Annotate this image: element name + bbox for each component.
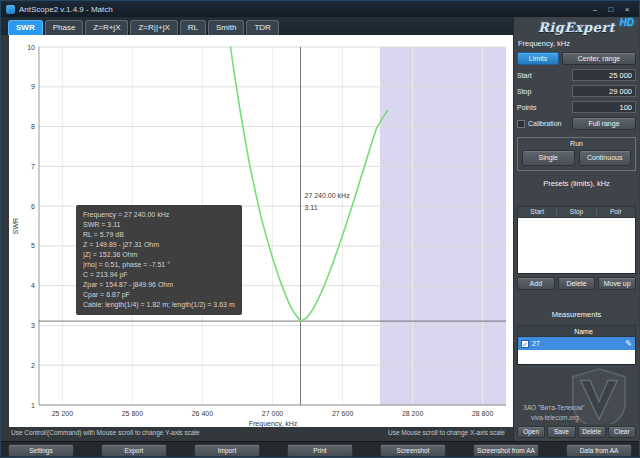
single-button[interactable]: Single bbox=[522, 150, 575, 166]
stop-row: Stop bbox=[517, 85, 636, 97]
toolbar-print-button[interactable]: Print bbox=[287, 444, 353, 457]
svg-text:7: 7 bbox=[31, 163, 35, 170]
hd-badge: HD bbox=[620, 17, 634, 28]
svg-text:3.11: 3.11 bbox=[305, 204, 318, 211]
delete-button[interactable]: Delete bbox=[558, 277, 596, 290]
edit-pencil-icon[interactable]: ✎ bbox=[625, 339, 632, 348]
svg-text:SWR: SWR bbox=[12, 218, 19, 234]
points-row: Points bbox=[517, 101, 636, 113]
svg-text:28 200: 28 200 bbox=[402, 410, 424, 417]
points-input[interactable] bbox=[572, 101, 636, 113]
tooltip-line: Zpar = 154.87 - j849.96 Ohm bbox=[83, 280, 235, 290]
run-group: Run Single Continuous bbox=[517, 137, 636, 171]
presets-column-header: StartStopPoir bbox=[517, 206, 636, 218]
start-input[interactable] bbox=[572, 69, 636, 81]
tab-swr[interactable]: SWR bbox=[8, 20, 43, 35]
calibration-checkbox[interactable] bbox=[517, 120, 525, 128]
minimize-button[interactable]: – bbox=[588, 4, 602, 15]
tab-phase[interactable]: Phase bbox=[45, 20, 84, 35]
svg-text:Frequency, kHz: Frequency, kHz bbox=[249, 420, 298, 427]
svg-text:10: 10 bbox=[27, 44, 35, 51]
start-label: Start bbox=[517, 72, 532, 79]
tooltip-line: SWR = 3.11 bbox=[83, 220, 235, 230]
svg-text:1: 1 bbox=[31, 402, 35, 409]
presets-column-stop: Stop bbox=[556, 207, 595, 217]
svg-text:8: 8 bbox=[31, 123, 35, 130]
delete-measurement-button[interactable]: Delete bbox=[578, 426, 606, 438]
calibration-label: Calibration bbox=[528, 120, 561, 127]
svg-text:26 400: 26 400 bbox=[192, 410, 214, 417]
tooltip-line: Z = 149.89 - j27.31 Ohm bbox=[83, 240, 235, 250]
svg-text:27 240.00 kHz: 27 240.00 kHz bbox=[305, 192, 351, 199]
move-up-button[interactable]: Move up bbox=[598, 277, 636, 290]
measurement-checkbox[interactable]: ✓ bbox=[521, 340, 529, 348]
stop-input[interactable] bbox=[572, 85, 636, 97]
measurements-table-header: Name bbox=[517, 325, 636, 337]
run-label: Run bbox=[522, 140, 631, 147]
add-button[interactable]: Add bbox=[517, 277, 555, 290]
open-button[interactable]: Open bbox=[517, 426, 545, 438]
measurements-header: Measurements bbox=[518, 310, 635, 319]
toolbar-import-button[interactable]: Import bbox=[194, 444, 260, 457]
measurements-list[interactable]: ✓27✎ bbox=[517, 337, 636, 365]
hint-y-axis: Use Control/(Command) with Mouse scroll … bbox=[11, 429, 200, 441]
maximize-button[interactable]: □ bbox=[604, 4, 618, 15]
toolbar-export-button[interactable]: Export bbox=[101, 444, 167, 457]
watermark-company: ЗАО "Вита-Телеком" bbox=[523, 404, 585, 411]
tab-z-r-jx[interactable]: Z=R+jX bbox=[85, 20, 128, 35]
chart-pane: SWRPhaseZ=R+jXZ=R||+jXRLSmithTDR 1234567… bbox=[1, 17, 513, 441]
watermark-area: ЗАО "Вита-Телеком" viva-telecom.org bbox=[517, 365, 636, 424]
tooltip-line: Frequency = 27 240.00 kHz bbox=[83, 210, 235, 220]
continuous-button[interactable]: Continuous bbox=[579, 150, 632, 166]
hint-bar: Use Control/(Command) with Mouse scroll … bbox=[1, 427, 513, 441]
toolbar-screenshot-from-aa-button[interactable]: Screenshot from AA bbox=[473, 444, 539, 457]
points-label: Points bbox=[517, 104, 536, 111]
svg-text:9: 9 bbox=[31, 83, 35, 90]
tab-tdr[interactable]: TDR bbox=[246, 20, 278, 35]
toolbar-data-from-aa-button[interactable]: Data from AA bbox=[566, 444, 632, 457]
tab-smith[interactable]: Smith bbox=[208, 20, 244, 35]
tooltip-line: Cpar = 6.87 pF bbox=[83, 290, 235, 300]
toolbar-screenshot-button[interactable]: Screenshot bbox=[380, 444, 446, 457]
svg-text:4: 4 bbox=[31, 282, 35, 289]
tab-z-r-jx[interactable]: Z=R||+jX bbox=[130, 20, 177, 35]
watermark-site: viva-telecom.org bbox=[531, 414, 579, 421]
tooltip-line: |Z| = 152.36 Ohm bbox=[83, 250, 235, 260]
limits-button[interactable]: Limits bbox=[517, 52, 559, 65]
clear-button[interactable]: Clear bbox=[608, 426, 636, 438]
calibration-row: Calibration Full range bbox=[517, 117, 636, 130]
toolbar-settings-button[interactable]: Settings bbox=[8, 444, 74, 457]
hint-x-axis: Use Mouse scroll to change X-axis scale bbox=[388, 429, 505, 441]
titlebar: AntScope2 v.1.4.9 - Match – □ × bbox=[1, 1, 639, 17]
presets-header: Presets (limits), kHz bbox=[518, 179, 635, 188]
tooltip-line: C = 213.94 pF bbox=[83, 270, 235, 280]
presets-column-start: Start bbox=[518, 207, 556, 217]
svg-text:25 200: 25 200 bbox=[52, 410, 74, 417]
tooltip-line: |rho| = 0.51, phase = -7.51 ° bbox=[83, 260, 235, 270]
save-button[interactable]: Save bbox=[547, 426, 575, 438]
close-button[interactable]: × bbox=[620, 4, 634, 15]
svg-text:28 800: 28 800 bbox=[472, 410, 494, 417]
mode-row: Limits Center, range bbox=[517, 52, 636, 65]
measurement-name: 27 bbox=[532, 340, 622, 347]
bottom-toolbar: SettingsExportImportPrintScreenshotScree… bbox=[1, 441, 639, 458]
tab-rl[interactable]: RL bbox=[180, 20, 206, 35]
svg-text:27 000: 27 000 bbox=[262, 410, 284, 417]
center-range-button[interactable]: Center, range bbox=[562, 52, 636, 65]
svg-text:27 600: 27 600 bbox=[332, 410, 354, 417]
tooltip-line: Cable: length(1/4) = 1.82 m; length(1/2)… bbox=[83, 300, 235, 310]
swr-chart-panel: 1234567891025 20025 80026 40027 00027 60… bbox=[9, 35, 513, 427]
measurements-file-buttons: Open Save Delete Clear bbox=[517, 426, 636, 438]
start-row: Start bbox=[517, 69, 636, 81]
svg-text:5: 5 bbox=[31, 242, 35, 249]
measurements-name-column: Name bbox=[532, 328, 635, 335]
svg-text:3: 3 bbox=[31, 322, 35, 329]
antscope-window: AntScope2 v.1.4.9 - Match – □ × SWRPhase… bbox=[0, 0, 640, 458]
full-range-button[interactable]: Full range bbox=[572, 117, 636, 130]
measurement-row[interactable]: ✓27✎ bbox=[518, 337, 635, 350]
svg-text:6: 6 bbox=[31, 203, 35, 210]
rigexpert-logo: RigExpert bbox=[517, 20, 636, 35]
presets-column-poir: Poir bbox=[596, 207, 635, 217]
presets-list[interactable] bbox=[517, 218, 636, 274]
main-area: SWRPhaseZ=R+jXZ=R||+jXRLSmithTDR 1234567… bbox=[1, 17, 639, 441]
